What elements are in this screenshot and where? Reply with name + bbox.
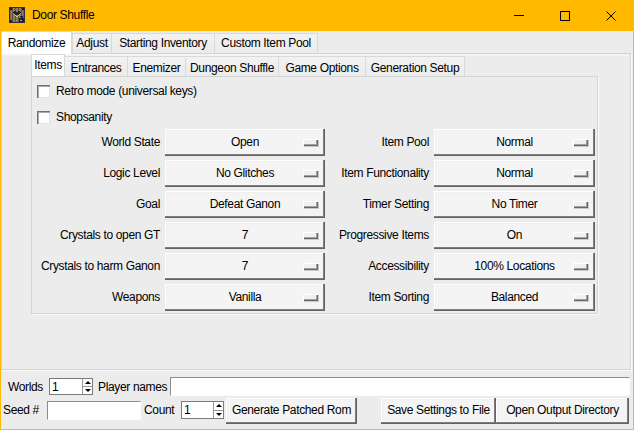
tab-generation-setup[interactable]: Generation Setup [365,56,465,76]
dropdown-indicator [573,232,588,239]
minimize-button[interactable] [496,0,542,31]
item-sorting-dropdown[interactable]: Balanced [434,284,595,311]
accessibility-label: Accessibility [368,253,429,280]
crystals-gt-dropdown[interactable]: 7 [165,222,325,249]
progressive-items-dropdown[interactable]: On [434,222,595,249]
worlds-spin-up[interactable] [83,379,92,387]
player-names-label: Player names [98,380,167,394]
save-settings-button[interactable]: Save Settings to File [381,398,496,424]
seed-input[interactable] [47,401,141,420]
item-sorting-label: Item Sorting [369,284,430,311]
retro-mode-label: Retro mode (universal keys) [56,84,197,98]
goal-dropdown[interactable]: Defeat Ganon [165,191,325,218]
dropdown-indicator [303,170,318,177]
window-title: Door Shuffle [32,0,94,31]
arrow-down-icon [216,413,222,416]
tab-adjust[interactable]: Adjust [72,33,112,53]
tab-enemizer[interactable]: Enemizer [127,56,186,76]
item-pool-dropdown[interactable]: Normal [434,129,595,156]
dropdown-indicator [303,232,318,239]
worlds-input[interactable] [50,379,82,394]
dropdown-indicator [303,294,318,301]
logic-level-label: Logic Level [103,160,160,187]
dropdown-indicator [303,201,318,208]
player-names-input[interactable] [170,377,630,396]
minimize-icon [514,15,524,16]
crystals-ganon-label: Crystals to harm Ganon [41,253,160,280]
close-icon [606,11,616,21]
count-spin-up[interactable] [214,402,223,411]
shopsanity-checkbox[interactable]: Shopsanity [37,110,112,124]
count-input[interactable] [182,402,213,418]
dropdown-indicator [573,170,588,177]
timer-setting-dropdown[interactable]: No Timer [434,191,595,218]
crystals-ganon-dropdown[interactable]: 7 [165,253,325,280]
dropdown-indicator [303,139,318,146]
timer-setting-label: Timer Setting [363,191,429,218]
goal-label: Goal [136,191,160,218]
item-functionality-label: Item Functionality [341,160,429,187]
weapons-label: Weapons [112,284,160,311]
crystals-gt-label: Crystals to open GT [60,222,160,249]
worlds-spinbox[interactable] [49,378,93,395]
app-door-icon [9,7,25,23]
seed-label: Seed # [3,403,39,417]
open-output-directory-button[interactable]: Open Output Directory [496,398,629,424]
weapons-dropdown[interactable]: Vanilla [165,284,325,311]
dropdown-indicator [573,294,588,301]
arrow-down-icon [85,389,91,392]
maximize-button[interactable] [542,0,588,31]
arrow-up-icon [85,381,91,384]
title-bar[interactable]: Door Shuffle [0,0,634,31]
dropdown-indicator [303,263,318,270]
door-shuffle-window: Door Shuffle Randomize Adjust Starting I… [0,0,634,430]
logic-level-dropdown[interactable]: No Glitches [165,160,325,187]
tab-items[interactable]: Items [31,54,65,76]
dropdown-indicator [573,139,588,146]
checkbox-icon[interactable] [37,85,50,98]
checkbox-icon[interactable] [37,111,50,124]
progressive-items-label: Progressive Items [339,222,429,249]
worlds-spin-down[interactable] [83,387,92,394]
count-spinbox[interactable] [181,401,224,419]
generate-patched-rom-button[interactable]: Generate Patched Rom [226,398,357,424]
item-functionality-dropdown[interactable]: Normal [434,160,595,187]
shopsanity-label: Shopsanity [56,110,112,124]
tab-randomize[interactable]: Randomize [1,31,72,54]
item-pool-label: Item Pool [381,129,429,156]
accessibility-dropdown[interactable]: 100% Locations [434,253,595,280]
worlds-label: Worlds [8,380,43,394]
window-border-left [0,31,1,430]
world-state-dropdown[interactable]: Open [165,129,325,156]
dropdown-indicator [573,263,588,270]
tab-starting-inventory[interactable]: Starting Inventory [111,33,215,53]
retro-mode-checkbox[interactable]: Retro mode (universal keys) [37,84,197,98]
maximize-icon [560,11,570,21]
tab-custom-item-pool[interactable]: Custom Item Pool [214,33,318,53]
tab-game-options[interactable]: Game Options [278,56,366,76]
tab-entrances[interactable]: Entrances [64,56,128,76]
world-state-label: World State [101,129,160,156]
arrow-up-icon [216,404,222,407]
count-spin-down[interactable] [214,411,223,419]
dropdown-indicator [573,201,588,208]
close-button[interactable] [588,0,634,31]
count-label: Count [144,403,174,417]
tab-dungeon-shuffle[interactable]: Dungeon Shuffle [185,56,279,76]
